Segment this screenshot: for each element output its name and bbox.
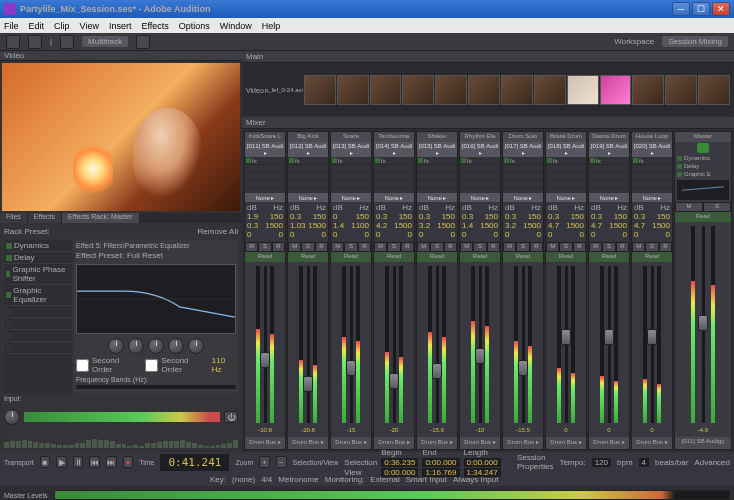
fader[interactable] [522, 266, 525, 423]
fader[interactable] [307, 266, 310, 423]
workspace-preset-dropdown[interactable]: Session Mixing [662, 36, 728, 47]
eq-graph[interactable] [76, 264, 236, 334]
track-input[interactable]: [013] SB Audi ▸ [331, 142, 371, 157]
fx-slot[interactable] [288, 173, 328, 181]
solo-button[interactable]: S [387, 242, 400, 252]
solo-button[interactable]: S [473, 242, 486, 252]
minimize-button[interactable]: ─ [672, 2, 690, 16]
track-name[interactable]: Shaker [417, 132, 457, 142]
fx-slot[interactable] [460, 181, 500, 189]
eq-knob-5[interactable] [188, 338, 204, 354]
fx-slot[interactable] [374, 181, 414, 189]
fx-slot[interactable] [632, 181, 672, 189]
track-name[interactable]: Big Kick [288, 132, 328, 142]
solo-button[interactable]: S [258, 242, 271, 252]
thumb-12[interactable] [665, 75, 697, 105]
eq-knob-4[interactable] [168, 338, 184, 354]
forward-button[interactable] [28, 35, 42, 49]
fx-slot[interactable] [546, 165, 586, 173]
fx-slot[interactable]: fx [589, 157, 629, 165]
record-arm-button[interactable]: R [401, 242, 414, 252]
effect-preset-dropdown[interactable]: Full Reset [127, 251, 163, 260]
track-output[interactable]: Drum Bus ▸ [589, 437, 629, 449]
track-input[interactable]: [019] SB Audi ▸ [589, 142, 629, 157]
mute-button[interactable]: M [589, 242, 602, 252]
freq-slider[interactable] [76, 385, 236, 389]
multitrack-mode-button[interactable]: Multitrack [82, 36, 128, 47]
thumb-7[interactable] [501, 75, 533, 105]
fader[interactable] [651, 266, 654, 423]
fx-slot[interactable]: Delay [4, 252, 72, 264]
mute-button[interactable]: M [460, 242, 473, 252]
master-mute[interactable]: M [675, 202, 703, 212]
fx-slot-empty[interactable] [4, 330, 72, 342]
solo-button[interactable]: S [301, 242, 314, 252]
solo-button[interactable]: S [559, 242, 572, 252]
sel-end[interactable]: 0:00.000 [422, 458, 459, 467]
fx-slot[interactable]: fx [288, 157, 328, 165]
fx-slot[interactable]: fx [331, 157, 371, 165]
monitor-smart[interactable]: Smart Input [406, 475, 447, 484]
track-input[interactable]: [012] SB Audi ▸ [288, 142, 328, 157]
thumb-9[interactable] [567, 75, 599, 105]
automation-mode[interactable]: Read [288, 252, 328, 262]
track-sends-none[interactable]: None ▸ [589, 193, 629, 202]
fx-slot[interactable] [546, 181, 586, 189]
mute-button[interactable]: M [245, 242, 258, 252]
edit-view-button[interactable] [60, 35, 74, 49]
beats-field[interactable]: 4 [639, 458, 649, 467]
automation-mode[interactable]: Read [460, 252, 500, 262]
thumb-3[interactable] [370, 75, 402, 105]
record-arm-button[interactable]: R [358, 242, 371, 252]
fx-slot[interactable] [632, 173, 672, 181]
ffwd-button[interactable]: ⏭ [106, 456, 117, 468]
fx-slot[interactable] [460, 165, 500, 173]
thumb-11[interactable] [632, 75, 664, 105]
fx-slot[interactable] [245, 173, 285, 181]
input-power-button[interactable]: ⏻ [224, 411, 238, 423]
eq-knob-3[interactable] [148, 338, 164, 354]
zoom-out-button[interactable]: − [276, 456, 287, 468]
master-eq-display[interactable] [677, 180, 729, 200]
play-button[interactable]: ▶ [56, 456, 67, 468]
track-output[interactable]: Drum Bus ▸ [546, 437, 586, 449]
fx-slot[interactable]: Graphic Equalizer [4, 285, 72, 306]
track-input[interactable]: [017] SB Audi ▸ [503, 142, 543, 157]
fx-slot[interactable] [546, 173, 586, 181]
track-output[interactable]: Drum Bus ▸ [632, 437, 672, 449]
master-automation[interactable]: Read [675, 212, 731, 222]
automation-mode[interactable]: Read [632, 252, 672, 262]
menu-edit[interactable]: Edit [29, 21, 45, 31]
menu-effects[interactable]: Effects [141, 21, 168, 31]
fx-slot[interactable] [589, 181, 629, 189]
menu-view[interactable]: View [80, 21, 99, 31]
key-field[interactable]: (none) [232, 475, 255, 484]
fx-slot[interactable]: fx [503, 157, 543, 165]
cd-view-button[interactable] [136, 35, 150, 49]
track-sends-none[interactable]: None ▸ [288, 193, 328, 202]
fx-slot[interactable] [417, 165, 457, 173]
track-input[interactable]: [014] SB Audi ▸ [374, 142, 414, 157]
thumb-8[interactable] [534, 75, 566, 105]
record-arm-button[interactable]: R [659, 242, 672, 252]
automation-mode[interactable]: Read [503, 252, 543, 262]
files-tab[interactable]: Files [0, 213, 28, 223]
track-input[interactable]: [016] SB Audi ▸ [460, 142, 500, 157]
fx-slot[interactable] [632, 165, 672, 173]
mute-button[interactable]: M [374, 242, 387, 252]
eq-knob-2[interactable] [128, 338, 144, 354]
fx-slot[interactable] [374, 173, 414, 181]
mute-button[interactable]: M [331, 242, 344, 252]
track-name[interactable]: KickSnare L [245, 132, 285, 142]
master-power-button[interactable] [697, 143, 709, 153]
track-sends-none[interactable]: None ▸ [546, 193, 586, 202]
fx-slot[interactable]: fx [460, 157, 500, 165]
thumbstrip-clip[interactable]: p_fef_0-24.avi [265, 87, 303, 93]
track-input[interactable]: [020] SB Audi ▸ [632, 142, 672, 157]
fx-slot[interactable] [417, 181, 457, 189]
track-sends-none[interactable]: None ▸ [503, 193, 543, 202]
timesig-field[interactable]: 4/4 [261, 475, 272, 484]
track-name[interactable]: Tambourine [374, 132, 414, 142]
fx-slot[interactable] [503, 165, 543, 173]
eq-knob-1[interactable] [108, 338, 124, 354]
